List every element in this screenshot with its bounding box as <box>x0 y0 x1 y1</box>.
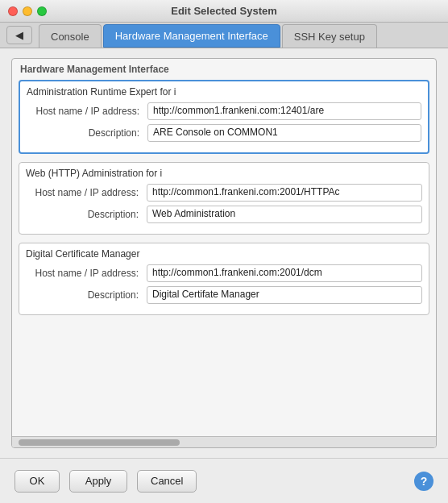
web-desc-label: Description: <box>26 209 147 220</box>
apply-button[interactable]: Apply <box>69 470 127 493</box>
interface-dcm[interactable]: Digital Certificate Manager Host name / … <box>19 243 429 315</box>
are-hostname-row: Host name / IP address: http://common1.f… <box>27 102 421 120</box>
minimize-button[interactable] <box>23 6 32 16</box>
interface-web-name: Web (HTTP) Administration for i <box>26 168 422 179</box>
web-hostname-label: Host name / IP address: <box>26 187 147 198</box>
section-box: Hardware Management Interface Administra… <box>11 58 437 448</box>
dcm-hostname-value[interactable]: http://common1.frankeni.com:2001/dcm <box>147 264 422 282</box>
main-content: Hardware Management Interface Administra… <box>0 48 448 458</box>
web-hostname-value[interactable]: http://common1.frankeni.com:2001/HTTPAc <box>147 184 422 202</box>
tab-console[interactable]: Console <box>39 24 102 48</box>
tab-hmi[interactable]: Hardware Management Interface <box>103 24 280 48</box>
close-button[interactable] <box>8 6 18 16</box>
are-desc-label: Description: <box>27 127 147 139</box>
tab-ssh[interactable]: SSH Key setup <box>282 24 377 48</box>
section-title: Hardware Management Interface <box>12 59 436 77</box>
dcm-hostname-row: Host name / IP address: http://common1.f… <box>26 264 422 282</box>
are-hostname-label: Host name / IP address: <box>27 106 147 117</box>
maximize-button[interactable] <box>37 6 47 16</box>
interface-are-name: Administration Runtime Expert for i <box>27 86 421 98</box>
scroll-thumb[interactable] <box>19 439 180 446</box>
web-desc-row: Description: Web Administration <box>26 206 422 223</box>
help-button[interactable]: ? <box>414 472 433 491</box>
bottom-bar: OK Apply Cancel ? <box>0 458 448 503</box>
horizontal-scrollbar[interactable] <box>12 436 436 447</box>
section-inner[interactable]: Administration Runtime Expert for i Host… <box>12 77 436 436</box>
interface-web[interactable]: Web (HTTP) Administration for i Host nam… <box>19 162 429 235</box>
tab-back-button[interactable]: ◀ <box>6 26 32 44</box>
dcm-desc-value[interactable]: Digital Certifate Manager <box>147 286 422 304</box>
ok-button[interactable]: OK <box>15 470 60 493</box>
dcm-desc-row: Description: Digital Certifate Manager <box>26 286 422 304</box>
are-desc-value[interactable]: ARE Console on COMMON1 <box>147 124 421 142</box>
dcm-desc-label: Description: <box>26 289 147 301</box>
tab-bar: ◀ Console Hardware Management Interface … <box>0 23 448 48</box>
are-desc-row: Description: ARE Console on COMMON1 <box>27 124 421 142</box>
window-title: Edit Selected System <box>171 5 277 17</box>
interface-dcm-name: Digital Certificate Manager <box>26 248 422 260</box>
are-hostname-value[interactable]: http://common1.frankeni.com:12401/are <box>147 102 421 120</box>
web-desc-value[interactable]: Web Administration <box>147 206 422 223</box>
window-controls[interactable] <box>8 6 47 16</box>
interface-are[interactable]: Administration Runtime Expert for i Host… <box>19 80 429 154</box>
dcm-hostname-label: Host name / IP address: <box>26 268 147 279</box>
cancel-button[interactable]: Cancel <box>137 470 197 493</box>
web-hostname-row: Host name / IP address: http://common1.f… <box>26 184 422 202</box>
title-bar: Edit Selected System <box>0 0 448 23</box>
